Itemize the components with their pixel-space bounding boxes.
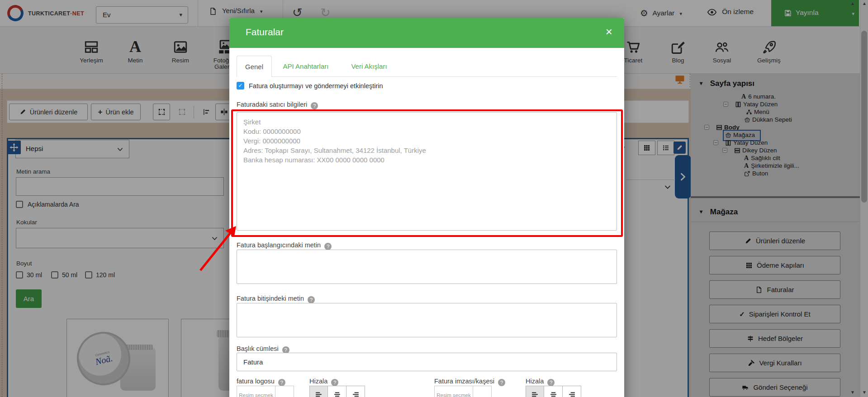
tab-underline (237, 76, 617, 77)
app-root: TURKTICARET·NET Ev ▾ Yeni/Sıfırla ▾ ↺ ↻ … (0, 0, 868, 397)
help-icon[interactable]: ? (331, 379, 338, 386)
align-left-button[interactable] (309, 386, 328, 397)
help-icon[interactable]: ? (547, 379, 555, 386)
title-phrase-input[interactable] (237, 353, 617, 371)
help-icon[interactable]: ? (498, 379, 505, 386)
tab-api-keys[interactable]: API Anahtarları (272, 56, 340, 77)
align-right-icon (352, 391, 360, 397)
invoice-signature-picker[interactable]: Resim seçmek (434, 386, 492, 397)
signature-align-group (526, 386, 581, 397)
help-icon[interactable]: ? (308, 296, 315, 303)
choose-image-label: Resim seçmek (237, 386, 275, 397)
enable-invoices-row: ✓ Fatura oluşturmayı ve göndermeyi etkin… (237, 82, 383, 90)
align-right-button[interactable] (563, 386, 581, 397)
choose-image-label: Resim seçmek (435, 386, 473, 397)
close-icon[interactable]: × (606, 25, 612, 39)
align-right-button[interactable] (346, 386, 365, 397)
enable-invoices-label: Fatura oluşturmayı ve göndermeyi etkinle… (249, 82, 383, 90)
help-icon[interactable]: ? (311, 102, 318, 109)
invoice-signature-label: Fatura imzası/kaşesi? (434, 378, 505, 386)
enable-invoices-checkbox[interactable]: ✓ (237, 82, 244, 90)
invoice-logo-picker[interactable]: Resim seçmek (237, 386, 294, 397)
modal-header: Faturalar × (229, 18, 624, 48)
edit-image-button[interactable] (275, 386, 294, 397)
invoice-end-label: Fatura bitişindeki metin? (237, 295, 315, 303)
modal-title: Faturalar (246, 27, 284, 38)
align-center-button[interactable] (544, 386, 563, 397)
tab-data-feeds[interactable]: Veri Akışları (340, 56, 398, 77)
invoice-start-textarea[interactable] (237, 250, 617, 284)
invoices-modal: Faturalar × Genel API Anahtarları Veri A… (229, 18, 624, 397)
logo-align-group (309, 386, 365, 397)
help-icon[interactable]: ? (278, 379, 285, 386)
invoice-end-textarea[interactable] (237, 303, 617, 337)
align-left-icon (315, 391, 323, 397)
invoice-start-label: Fatura başlangıcındaki metin? (237, 241, 332, 250)
seller-info-label: Faturadaki satıcı bilgileri? (237, 101, 318, 109)
invoice-logo-label: fatura logosu? (237, 378, 285, 386)
align-center-icon (550, 391, 557, 397)
edit-image-button[interactable] (473, 386, 491, 397)
seller-info-textarea[interactable] (237, 112, 617, 231)
align-label: Hizala? (309, 378, 338, 386)
align-right-icon (568, 391, 576, 397)
align-label: Hizala? (526, 378, 555, 386)
align-left-icon (531, 391, 539, 397)
help-icon[interactable]: ? (324, 243, 332, 250)
align-center-icon (333, 391, 341, 397)
align-left-button[interactable] (526, 386, 544, 397)
align-center-button[interactable] (328, 386, 346, 397)
tab-general[interactable]: Genel (237, 56, 272, 77)
